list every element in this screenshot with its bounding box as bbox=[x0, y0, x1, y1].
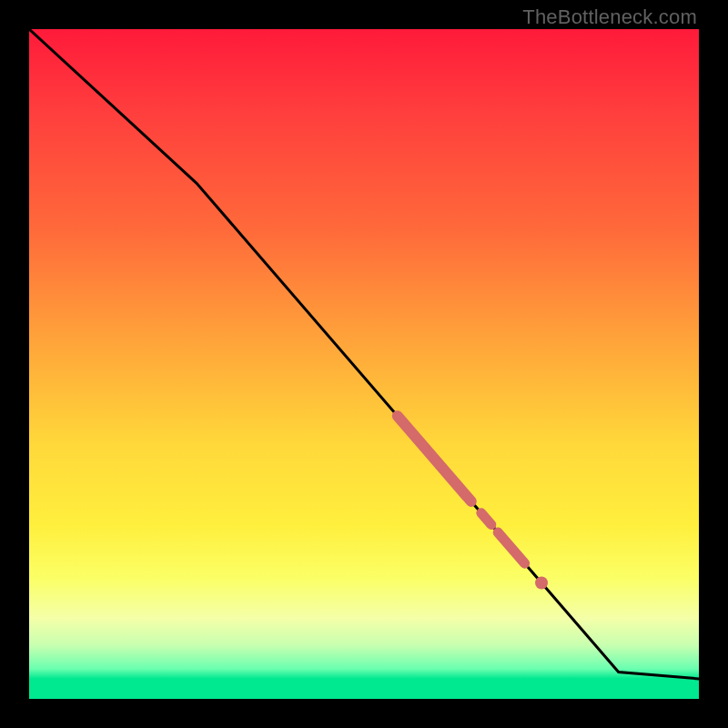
curve-svg bbox=[29, 29, 699, 699]
curve-layer bbox=[29, 29, 699, 679]
highlight-layer bbox=[398, 416, 548, 589]
plot-area bbox=[29, 29, 699, 699]
highlight-dot bbox=[535, 576, 548, 589]
highlight-segment bbox=[398, 416, 471, 501]
watermark-text: TheBottleneck.com bbox=[522, 5, 697, 29]
bottleneck-line bbox=[29, 29, 699, 679]
chart-frame: TheBottleneck.com bbox=[0, 0, 728, 728]
highlight-segment bbox=[481, 513, 491, 525]
highlight-segment bbox=[498, 532, 524, 563]
